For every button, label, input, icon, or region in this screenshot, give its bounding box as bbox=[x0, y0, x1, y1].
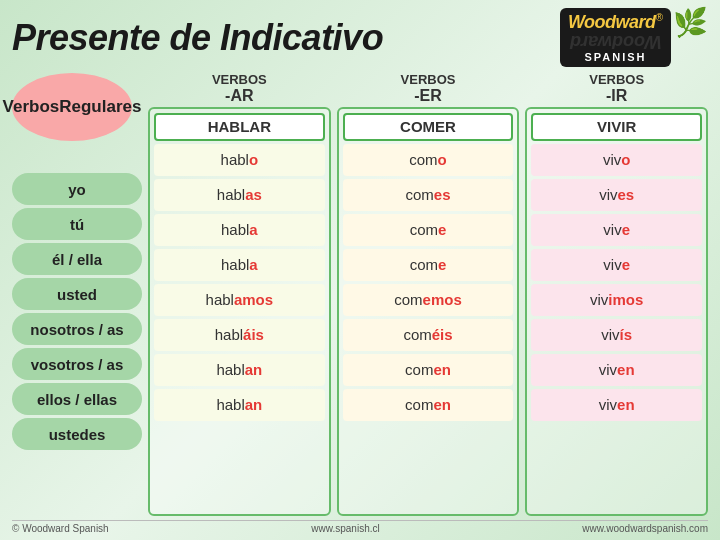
ir-form-1: vives bbox=[531, 179, 702, 211]
pronoun-el-ella: él / ella bbox=[12, 243, 142, 275]
footer-right: www.woodwardspanish.com bbox=[582, 523, 708, 534]
logo-box: Woodward ® Woodward SPANISH bbox=[560, 8, 671, 67]
page-title: Presente de Indicativo bbox=[12, 17, 383, 59]
er-form-6: comen bbox=[343, 354, 514, 386]
logo-sub: SPANISH bbox=[584, 51, 646, 63]
leaf-icon: 🌿 bbox=[673, 6, 708, 39]
footer-left: © Woodward Spanish bbox=[12, 523, 109, 534]
ar-form-6: hablan bbox=[154, 354, 325, 386]
er-form-0: como bbox=[343, 144, 514, 176]
pronoun-nosotros: nosotros / as bbox=[12, 313, 142, 345]
ar-form-4: hablamos bbox=[154, 284, 325, 316]
ar-column: VERBOS -AR HABLAR hablo hablas habla hab… bbox=[148, 73, 331, 516]
header: Presente de Indicativo Woodward ® Woodwa… bbox=[12, 8, 708, 67]
ar-form-0: hablo bbox=[154, 144, 325, 176]
er-header: VERBOS -ER bbox=[337, 73, 520, 105]
logo-brand: Woodward bbox=[568, 12, 656, 33]
er-form-7: comen bbox=[343, 389, 514, 421]
logo-registered: ® bbox=[656, 12, 663, 23]
er-inner: COMER como comes come come comemos coméi… bbox=[337, 107, 520, 516]
ir-form-3: vive bbox=[531, 249, 702, 281]
footer: © Woodward Spanish www.spanish.cl www.wo… bbox=[12, 520, 708, 534]
pronoun-usted: usted bbox=[12, 278, 142, 310]
ar-form-7: hablan bbox=[154, 389, 325, 421]
pronoun-vosotros: vosotros / as bbox=[12, 348, 142, 380]
main-container: Presente de Indicativo Woodward ® Woodwa… bbox=[0, 0, 720, 540]
er-column: VERBOS -ER COMER como comes come come co… bbox=[337, 73, 520, 516]
ar-form-1: hablas bbox=[154, 179, 325, 211]
pronoun-yo: yo bbox=[12, 173, 142, 205]
ir-inner: VIVIR vivo vives vive vive vivimos vivís… bbox=[525, 107, 708, 516]
pronoun-ustedes: ustedes bbox=[12, 418, 142, 450]
ar-example: HABLAR bbox=[154, 113, 325, 141]
ar-inner: HABLAR hablo hablas habla habla hablamos… bbox=[148, 107, 331, 516]
ir-form-6: viven bbox=[531, 354, 702, 386]
er-example: COMER bbox=[343, 113, 514, 141]
spacer bbox=[12, 145, 142, 173]
ir-form-4: vivimos bbox=[531, 284, 702, 316]
footer-center: www.spanish.cl bbox=[311, 523, 379, 534]
ir-form-5: vivís bbox=[531, 319, 702, 351]
er-form-3: come bbox=[343, 249, 514, 281]
pronoun-ellos: ellos / ellas bbox=[12, 383, 142, 415]
pronoun-tu: tú bbox=[12, 208, 142, 240]
er-form-5: coméis bbox=[343, 319, 514, 351]
verbos-regulares-label: Verbos Regulares bbox=[12, 73, 132, 141]
ir-column: VERBOS -IR VIVIR vivo vives vive vive vi… bbox=[525, 73, 708, 516]
er-form-4: comemos bbox=[343, 284, 514, 316]
ar-form-2: habla bbox=[154, 214, 325, 246]
ar-form-3: habla bbox=[154, 249, 325, 281]
ir-form-2: vive bbox=[531, 214, 702, 246]
ar-form-5: habláis bbox=[154, 319, 325, 351]
ir-header: VERBOS -IR bbox=[525, 73, 708, 105]
content-area: Verbos Regulares yo tú él / ella usted n… bbox=[12, 73, 708, 516]
er-form-2: come bbox=[343, 214, 514, 246]
er-form-1: comes bbox=[343, 179, 514, 211]
ir-example: VIVIR bbox=[531, 113, 702, 141]
ir-form-7: viven bbox=[531, 389, 702, 421]
ar-header: VERBOS -AR bbox=[148, 73, 331, 105]
pronouns-column: Verbos Regulares yo tú él / ella usted n… bbox=[12, 73, 142, 516]
ir-form-0: vivo bbox=[531, 144, 702, 176]
logo-reflection: Woodward bbox=[570, 33, 662, 51]
